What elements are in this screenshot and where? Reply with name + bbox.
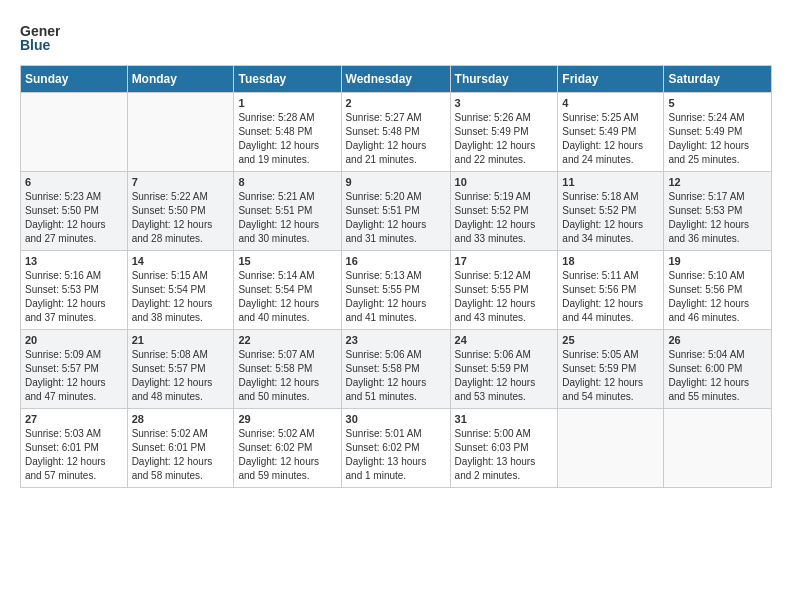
day-number: 31 [455,413,554,425]
day-number: 30 [346,413,446,425]
day-info: Sunrise: 5:20 AM Sunset: 5:51 PM Dayligh… [346,190,446,246]
calendar-cell: 8Sunrise: 5:21 AM Sunset: 5:51 PM Daylig… [234,172,341,251]
calendar-cell [21,93,128,172]
weekday-header-saturday: Saturday [664,66,772,93]
calendar-cell: 25Sunrise: 5:05 AM Sunset: 5:59 PM Dayli… [558,330,664,409]
calendar-cell [664,409,772,488]
day-info: Sunrise: 5:25 AM Sunset: 5:49 PM Dayligh… [562,111,659,167]
calendar-cell: 27Sunrise: 5:03 AM Sunset: 6:01 PM Dayli… [21,409,128,488]
day-info: Sunrise: 5:05 AM Sunset: 5:59 PM Dayligh… [562,348,659,404]
weekday-header-friday: Friday [558,66,664,93]
day-number: 14 [132,255,230,267]
day-info: Sunrise: 5:00 AM Sunset: 6:03 PM Dayligh… [455,427,554,483]
day-info: Sunrise: 5:10 AM Sunset: 5:56 PM Dayligh… [668,269,767,325]
calendar-cell: 31Sunrise: 5:00 AM Sunset: 6:03 PM Dayli… [450,409,558,488]
logo: General Blue [20,20,60,55]
day-number: 21 [132,334,230,346]
day-info: Sunrise: 5:15 AM Sunset: 5:54 PM Dayligh… [132,269,230,325]
calendar-cell: 26Sunrise: 5:04 AM Sunset: 6:00 PM Dayli… [664,330,772,409]
day-number: 9 [346,176,446,188]
calendar-cell: 11Sunrise: 5:18 AM Sunset: 5:52 PM Dayli… [558,172,664,251]
calendar-cell: 13Sunrise: 5:16 AM Sunset: 5:53 PM Dayli… [21,251,128,330]
weekday-header-sunday: Sunday [21,66,128,93]
weekday-header-tuesday: Tuesday [234,66,341,93]
day-number: 23 [346,334,446,346]
calendar-cell: 18Sunrise: 5:11 AM Sunset: 5:56 PM Dayli… [558,251,664,330]
calendar-week-row: 6Sunrise: 5:23 AM Sunset: 5:50 PM Daylig… [21,172,772,251]
day-number: 17 [455,255,554,267]
day-number: 22 [238,334,336,346]
calendar-week-row: 20Sunrise: 5:09 AM Sunset: 5:57 PM Dayli… [21,330,772,409]
calendar-cell: 20Sunrise: 5:09 AM Sunset: 5:57 PM Dayli… [21,330,128,409]
day-info: Sunrise: 5:18 AM Sunset: 5:52 PM Dayligh… [562,190,659,246]
day-info: Sunrise: 5:11 AM Sunset: 5:56 PM Dayligh… [562,269,659,325]
day-number: 3 [455,97,554,109]
day-info: Sunrise: 5:12 AM Sunset: 5:55 PM Dayligh… [455,269,554,325]
weekday-header-wednesday: Wednesday [341,66,450,93]
day-info: Sunrise: 5:08 AM Sunset: 5:57 PM Dayligh… [132,348,230,404]
calendar-cell: 15Sunrise: 5:14 AM Sunset: 5:54 PM Dayli… [234,251,341,330]
calendar-week-row: 1Sunrise: 5:28 AM Sunset: 5:48 PM Daylig… [21,93,772,172]
calendar-header-row: SundayMondayTuesdayWednesdayThursdayFrid… [21,66,772,93]
day-info: Sunrise: 5:06 AM Sunset: 5:59 PM Dayligh… [455,348,554,404]
calendar-cell: 4Sunrise: 5:25 AM Sunset: 5:49 PM Daylig… [558,93,664,172]
day-info: Sunrise: 5:28 AM Sunset: 5:48 PM Dayligh… [238,111,336,167]
day-number: 7 [132,176,230,188]
day-info: Sunrise: 5:14 AM Sunset: 5:54 PM Dayligh… [238,269,336,325]
day-number: 18 [562,255,659,267]
weekday-header-monday: Monday [127,66,234,93]
day-info: Sunrise: 5:17 AM Sunset: 5:53 PM Dayligh… [668,190,767,246]
calendar-cell: 16Sunrise: 5:13 AM Sunset: 5:55 PM Dayli… [341,251,450,330]
day-number: 6 [25,176,123,188]
day-info: Sunrise: 5:04 AM Sunset: 6:00 PM Dayligh… [668,348,767,404]
day-info: Sunrise: 5:06 AM Sunset: 5:58 PM Dayligh… [346,348,446,404]
day-info: Sunrise: 5:21 AM Sunset: 5:51 PM Dayligh… [238,190,336,246]
calendar-cell: 2Sunrise: 5:27 AM Sunset: 5:48 PM Daylig… [341,93,450,172]
calendar-table: SundayMondayTuesdayWednesdayThursdayFrid… [20,65,772,488]
day-info: Sunrise: 5:02 AM Sunset: 6:02 PM Dayligh… [238,427,336,483]
day-info: Sunrise: 5:27 AM Sunset: 5:48 PM Dayligh… [346,111,446,167]
svg-text:Blue: Blue [20,37,51,53]
calendar-cell: 12Sunrise: 5:17 AM Sunset: 5:53 PM Dayli… [664,172,772,251]
calendar-cell: 21Sunrise: 5:08 AM Sunset: 5:57 PM Dayli… [127,330,234,409]
day-number: 12 [668,176,767,188]
day-number: 27 [25,413,123,425]
day-info: Sunrise: 5:19 AM Sunset: 5:52 PM Dayligh… [455,190,554,246]
calendar-cell: 7Sunrise: 5:22 AM Sunset: 5:50 PM Daylig… [127,172,234,251]
calendar-cell: 10Sunrise: 5:19 AM Sunset: 5:52 PM Dayli… [450,172,558,251]
calendar-cell: 19Sunrise: 5:10 AM Sunset: 5:56 PM Dayli… [664,251,772,330]
day-number: 11 [562,176,659,188]
day-info: Sunrise: 5:03 AM Sunset: 6:01 PM Dayligh… [25,427,123,483]
day-number: 25 [562,334,659,346]
day-number: 5 [668,97,767,109]
calendar-cell: 5Sunrise: 5:24 AM Sunset: 5:49 PM Daylig… [664,93,772,172]
calendar-cell: 22Sunrise: 5:07 AM Sunset: 5:58 PM Dayli… [234,330,341,409]
day-number: 19 [668,255,767,267]
calendar-cell [127,93,234,172]
page-header: General Blue [20,20,772,55]
calendar-cell: 1Sunrise: 5:28 AM Sunset: 5:48 PM Daylig… [234,93,341,172]
day-number: 20 [25,334,123,346]
day-info: Sunrise: 5:16 AM Sunset: 5:53 PM Dayligh… [25,269,123,325]
day-info: Sunrise: 5:02 AM Sunset: 6:01 PM Dayligh… [132,427,230,483]
calendar-cell: 24Sunrise: 5:06 AM Sunset: 5:59 PM Dayli… [450,330,558,409]
day-info: Sunrise: 5:01 AM Sunset: 6:02 PM Dayligh… [346,427,446,483]
day-number: 10 [455,176,554,188]
calendar-cell: 23Sunrise: 5:06 AM Sunset: 5:58 PM Dayli… [341,330,450,409]
day-number: 29 [238,413,336,425]
day-info: Sunrise: 5:23 AM Sunset: 5:50 PM Dayligh… [25,190,123,246]
day-number: 16 [346,255,446,267]
day-info: Sunrise: 5:26 AM Sunset: 5:49 PM Dayligh… [455,111,554,167]
day-info: Sunrise: 5:22 AM Sunset: 5:50 PM Dayligh… [132,190,230,246]
calendar-week-row: 27Sunrise: 5:03 AM Sunset: 6:01 PM Dayli… [21,409,772,488]
day-number: 2 [346,97,446,109]
calendar-cell: 28Sunrise: 5:02 AM Sunset: 6:01 PM Dayli… [127,409,234,488]
calendar-cell: 30Sunrise: 5:01 AM Sunset: 6:02 PM Dayli… [341,409,450,488]
day-number: 26 [668,334,767,346]
weekday-header-thursday: Thursday [450,66,558,93]
day-info: Sunrise: 5:07 AM Sunset: 5:58 PM Dayligh… [238,348,336,404]
day-info: Sunrise: 5:24 AM Sunset: 5:49 PM Dayligh… [668,111,767,167]
day-number: 28 [132,413,230,425]
calendar-cell [558,409,664,488]
calendar-cell: 17Sunrise: 5:12 AM Sunset: 5:55 PM Dayli… [450,251,558,330]
